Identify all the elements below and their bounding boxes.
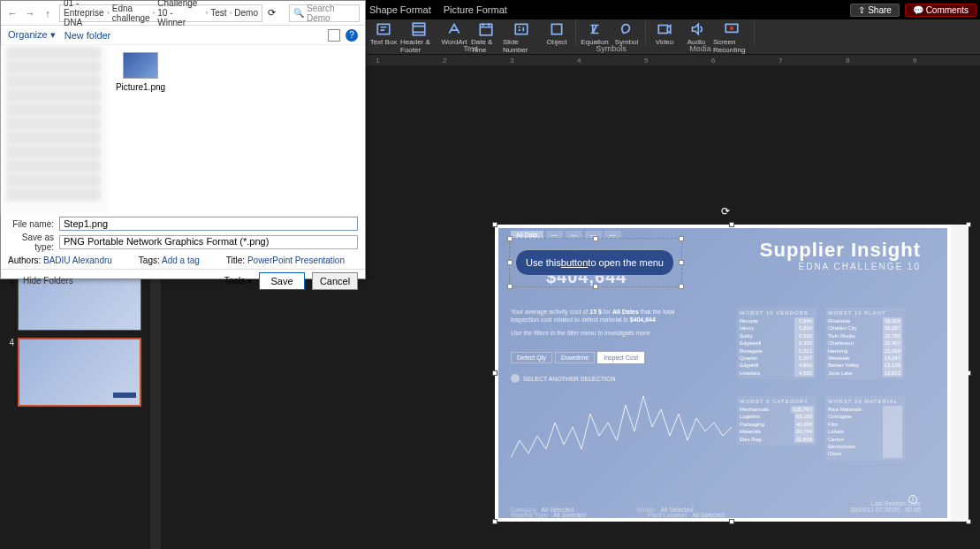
header-footer-button[interactable]: Header & Footer: [400, 21, 437, 43]
selector-icon: [511, 374, 520, 383]
refresh-icon[interactable]: ⟳: [268, 7, 284, 19]
selection-handle[interactable]: [679, 236, 684, 241]
new-folder-button[interactable]: New folder: [65, 30, 111, 41]
chevron-down-icon[interactable]: ⌄: [8, 275, 16, 286]
file-item[interactable]: Picture1.png: [114, 52, 167, 92]
rotate-handle-icon[interactable]: ⟳: [721, 205, 733, 217]
help-icon[interactable]: ?: [346, 29, 358, 42]
folder-tree[interactable]: [1, 45, 107, 213]
panel-plants: WORST 10 PLANT Riverside18,506 Charles C…: [825, 308, 905, 379]
selector-row: SELECT ANOTHER SELECTION: [511, 374, 616, 383]
selection-handle[interactable]: [492, 370, 498, 376]
dialog-address-bar: ← → ↑ 01 - Entreprise DNA› Edna challeng…: [1, 1, 365, 26]
metric-btn: Inspect Cost: [597, 352, 644, 363]
file-name-label: File name:: [8, 219, 54, 229]
up-icon[interactable]: ↑: [42, 7, 54, 19]
tooltip-underline: button: [561, 257, 589, 268]
panel-vendors: WORST 10 VENDORS Recode5,946 Henry5,893 …: [737, 308, 817, 379]
selection-handle[interactable]: [507, 284, 513, 289]
panel-category: WORST 5 CATEGORY Mechanicals125,767 Logi…: [737, 396, 817, 446]
title-label: Title:: [226, 255, 245, 265]
comments-button[interactable]: 💬 Comments: [905, 4, 976, 17]
svg-rect-0: [377, 24, 390, 34]
dashboard-title: Supplier Insight EDNA CHALLENGE 10: [760, 239, 921, 271]
crumb[interactable]: Test: [210, 8, 226, 18]
hide-folders-button[interactable]: Hide Folders: [23, 276, 73, 286]
organize-menu[interactable]: Organize ▾: [8, 29, 56, 41]
tab-picture-format[interactable]: Picture Format: [444, 4, 507, 15]
dashboard-footer-2: Material TypeAll Selected Plant Location…: [511, 512, 725, 518]
tags-value[interactable]: Add a tag: [162, 255, 200, 265]
selection-handle[interactable]: [593, 284, 598, 289]
slide-number-button[interactable]: Slide Number: [503, 21, 540, 43]
title-value[interactable]: PowerPoint Presentation: [247, 255, 345, 265]
selection-handle[interactable]: [729, 519, 734, 524]
thumbnail-panel: 3 4: [0, 256, 150, 549]
search-input[interactable]: 🔍 Search Demo: [289, 4, 360, 22]
thumb-number: 4: [5, 338, 14, 407]
video-button[interactable]: Video: [650, 21, 680, 43]
save-as-dialog: ← → ↑ 01 - Entreprise DNA› Edna challeng…: [0, 0, 366, 279]
date-time-button[interactable]: Date & Time: [471, 21, 501, 43]
panel-material: WORST 10 MATERIAL Raw Materials Corrugat…: [825, 396, 905, 461]
line-chart: [511, 387, 732, 476]
dialog-fields: File name: Save as type: PNG Portable Ne…: [1, 213, 365, 269]
footer-date: Last Refresh Date30/03/11 07:30:05 - 02:…: [850, 500, 921, 513]
tags-label: Tags:: [139, 255, 160, 265]
save-button[interactable]: Save: [259, 272, 305, 290]
crumb[interactable]: Edna challenge: [112, 4, 150, 23]
selection-handle[interactable]: [492, 519, 498, 524]
breadcrumb[interactable]: 01 - Entreprise DNA› Edna challenge› Cha…: [59, 4, 262, 22]
authors-label: Authors:: [8, 255, 41, 265]
selection-handle[interactable]: [593, 236, 598, 241]
metric-btn: Defect Qty: [511, 352, 552, 363]
tools-menu[interactable]: Tools ▾: [224, 276, 252, 286]
cancel-button[interactable]: Cancel: [312, 272, 358, 290]
audio-button[interactable]: Audio: [681, 21, 711, 43]
tooltip-text: to open the menu: [588, 257, 664, 268]
dialog-toolbar: Organize ▾ New folder ?: [1, 26, 365, 45]
save-type-label: Save as type:: [8, 233, 54, 252]
file-list[interactable]: Picture1.png: [107, 45, 365, 213]
authors-value[interactable]: BADIU Alexandru: [43, 255, 112, 265]
metric-buttons: Defect Qty Downtime Inspect Cost: [511, 352, 644, 363]
powerpoint-window: Shape Format Picture Format ⇪ Share 💬 Co…: [0, 0, 980, 549]
back-icon[interactable]: ←: [6, 7, 19, 19]
tooltip-shape[interactable]: Use this button to open the menu: [515, 249, 674, 276]
svg-rect-2: [480, 24, 492, 34]
ribbon: Text Box Header & Footer WordArt Date & …: [365, 19, 980, 55]
slide-thumbnail-4[interactable]: [18, 338, 141, 407]
crumb[interactable]: Demo: [234, 8, 258, 18]
selection-handle[interactable]: [507, 236, 513, 241]
svg-rect-3: [515, 24, 528, 34]
screen-recording-button[interactable]: Screen Recording: [713, 21, 750, 43]
selection-handle[interactable]: [507, 260, 513, 265]
selection-handle[interactable]: [729, 222, 734, 227]
svg-rect-1: [413, 23, 425, 35]
group-media-label: Media: [646, 44, 755, 53]
file-name-input[interactable]: [59, 217, 358, 231]
metric-btn: Downtime: [555, 352, 595, 363]
tab-shape-format[interactable]: Shape Format: [369, 4, 431, 15]
save-type-dropdown[interactable]: PNG Portable Network Graphics Format (*.…: [59, 235, 358, 249]
object-button[interactable]: Object: [542, 21, 572, 43]
wordart-button[interactable]: WordArt: [439, 21, 469, 43]
symbol-button[interactable]: Symbol: [612, 21, 642, 43]
crumb[interactable]: Challenge 10 - Winner: [157, 0, 202, 27]
equation-button[interactable]: Equation: [580, 21, 610, 43]
selection-handle[interactable]: [679, 260, 684, 265]
tooltip-text: Use this: [526, 257, 561, 268]
svg-rect-4: [551, 24, 561, 34]
horizontal-ruler: 123 456 789: [365, 55, 980, 65]
svg-rect-5: [658, 26, 667, 34]
forward-icon[interactable]: →: [24, 7, 36, 19]
selection-handle[interactable]: [492, 222, 498, 227]
svg-point-7: [730, 27, 734, 31]
text-box-button[interactable]: Text Box: [368, 21, 399, 43]
slide-right-whitespace: [951, 225, 969, 522]
share-button[interactable]: ⇪ Share: [850, 4, 899, 17]
group-symbols-label: Symbols: [576, 44, 646, 53]
selection-handle[interactable]: [679, 284, 684, 289]
view-options-icon[interactable]: [328, 29, 340, 42]
crumb[interactable]: 01 - Entreprise DNA: [64, 0, 104, 27]
